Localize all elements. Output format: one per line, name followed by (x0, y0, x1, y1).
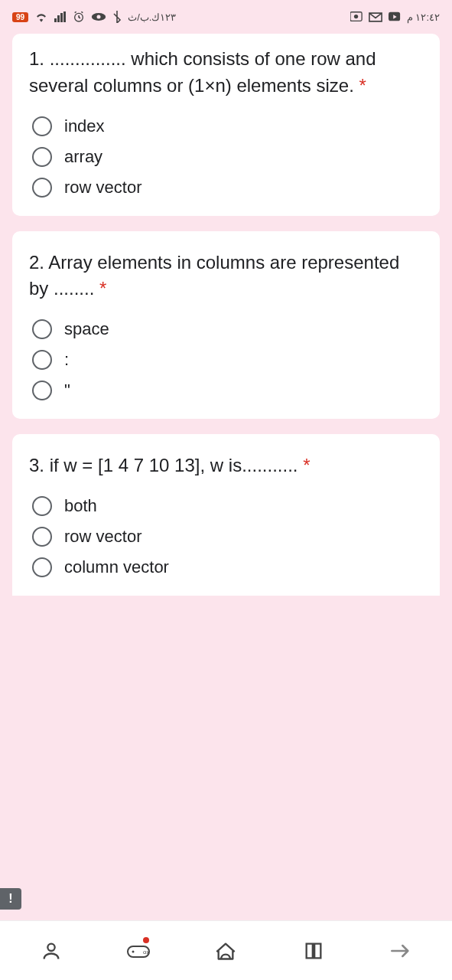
required-mark: * (99, 278, 106, 299)
option-array[interactable]: array (32, 147, 423, 167)
svg-point-6 (47, 943, 54, 950)
nav-forward[interactable] (376, 933, 425, 969)
exclamation-icon: ! (8, 892, 12, 906)
radio-icon (32, 496, 52, 516)
svg-point-4 (354, 15, 358, 18)
option-label: index (64, 116, 105, 136)
nav-library[interactable] (289, 933, 338, 969)
radio-icon (32, 147, 52, 167)
youtube-icon (389, 11, 401, 22)
status-right: ١٢:٤٢ م (350, 11, 440, 23)
book-icon (303, 940, 324, 962)
option-label: : (64, 350, 69, 370)
eye-icon (91, 12, 106, 21)
bottom-nav: ox (0, 920, 452, 980)
network-speed: ١٢٣ك.ب/ث (128, 11, 176, 23)
game-controller-icon: ox (126, 942, 151, 960)
option-colon[interactable]: : (32, 350, 423, 370)
option-both[interactable]: both (32, 496, 423, 516)
nav-home[interactable] (201, 933, 250, 969)
option-row-vector[interactable]: row vector (32, 527, 423, 547)
status-left: 99 ١٢٣ك.ب/ث (12, 11, 176, 23)
option-column-vector[interactable]: column vector (32, 557, 423, 577)
svg-text:ox: ox (143, 949, 149, 956)
option-label: row vector (64, 178, 141, 198)
svg-point-2 (97, 15, 101, 19)
alarm-icon (73, 11, 85, 23)
option-label: space (64, 319, 109, 339)
home-icon (215, 940, 236, 962)
required-mark: * (303, 455, 310, 475)
radio-icon (32, 319, 52, 339)
option-space[interactable]: space (32, 319, 423, 339)
radio-icon (32, 116, 52, 136)
nav-profile[interactable] (27, 933, 76, 969)
radio-icon (32, 350, 52, 370)
status-bar: 99 ١٢٣ك.ب/ث ١٢:٤٢ م (0, 0, 452, 34)
option-index[interactable]: index (32, 116, 423, 136)
option-label: " (64, 381, 70, 400)
question-card-1: 1. ............... which consists of one… (12, 34, 440, 216)
wifi-icon (34, 11, 48, 22)
required-mark: * (359, 75, 366, 96)
signal-icon (54, 11, 67, 22)
option-label: column vector (64, 557, 169, 577)
options-group: both row vector column vector (29, 496, 423, 577)
option-label: array (64, 147, 102, 167)
option-label: row vector (64, 527, 141, 547)
question-text: 2. Array elements in columns are represe… (29, 250, 423, 303)
option-quote[interactable]: " (32, 381, 423, 400)
radio-icon (32, 527, 52, 547)
question-card-3: 3. if w = [1 4 7 10 13], w is...........… (12, 434, 440, 596)
arrow-right-icon (390, 943, 411, 959)
battery-badge: 99 (12, 12, 28, 22)
form-content: 1. ............... which consists of one… (0, 34, 452, 596)
report-tab[interactable]: ! (0, 888, 21, 910)
radio-icon (32, 381, 52, 400)
question-text: 1. ............... which consists of one… (29, 46, 423, 100)
option-row-vector[interactable]: row vector (32, 178, 423, 198)
options-group: space : " (29, 319, 423, 400)
bluetooth-icon (112, 11, 122, 23)
radio-icon (32, 557, 52, 577)
question-text: 3. if w = [1 4 7 10 13], w is...........… (29, 452, 423, 479)
nav-game[interactable]: ox (114, 933, 163, 969)
screen-record-icon (350, 11, 363, 22)
svg-point-8 (132, 950, 135, 952)
radio-icon (32, 178, 52, 198)
question-card-2: 2. Array elements in columns are represe… (12, 231, 440, 420)
clock-time: ١٢:٤٢ م (407, 11, 440, 23)
notification-dot (143, 937, 149, 943)
person-icon (41, 940, 62, 962)
option-label: both (64, 496, 97, 516)
options-group: index array row vector (29, 116, 423, 198)
gmail-icon (369, 12, 382, 22)
